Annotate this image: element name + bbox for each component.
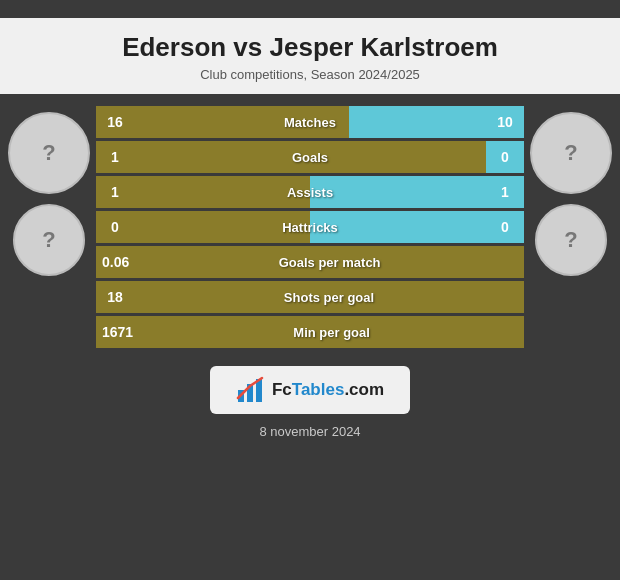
page-subtitle: Club competitions, Season 2024/2025 — [0, 65, 620, 94]
bar-right — [310, 211, 486, 243]
stat-label: Goals per match — [279, 255, 381, 270]
stat-row-shots-per-goal: 18Shots per goal — [96, 281, 524, 313]
stat-right-val: 0 — [486, 211, 524, 243]
bar-left — [134, 211, 310, 243]
stat-row-assists: 1Assists1 — [96, 176, 524, 208]
stat-right-val: 1 — [486, 176, 524, 208]
stat-left-val: 1 — [96, 176, 134, 208]
stat-right-val: 0 — [486, 141, 524, 173]
stat-label: Min per goal — [293, 325, 370, 340]
stat-left-val: 1 — [96, 141, 134, 173]
stat-bar: Min per goal — [139, 316, 524, 348]
stats-container: 16Matches101Goals01Assists10Hattricks00.… — [96, 106, 524, 348]
date-label: 8 november 2024 — [259, 424, 360, 439]
logo-area: FcTables.com — [210, 366, 410, 414]
stat-bar: Assists — [134, 176, 486, 208]
player2-avatar-top: ? — [530, 112, 612, 194]
stat-right-val: 10 — [486, 106, 524, 138]
stat-bar: Hattricks — [134, 211, 486, 243]
player1-avatar-top: ? — [8, 112, 90, 194]
stat-left-val: 0 — [96, 211, 134, 243]
stat-label: Shots per goal — [284, 290, 374, 305]
stat-row-goals-per-match: 0.06Goals per match — [96, 246, 524, 278]
stat-bar: Shots per goal — [134, 281, 524, 313]
bar-right — [349, 106, 486, 138]
stat-bar: Goals — [134, 141, 486, 173]
fctables-icon — [236, 376, 264, 404]
stat-row-goals: 1Goals0 — [96, 141, 524, 173]
stat-row-matches: 16Matches10 — [96, 106, 524, 138]
bar-left — [134, 141, 486, 173]
stat-row-min-per-goal: 1671Min per goal — [96, 316, 524, 348]
logo-text: FcTables.com — [272, 380, 384, 400]
left-avatars: ? ? — [8, 112, 90, 276]
bar-left — [134, 176, 310, 208]
right-avatars: ? ? — [530, 112, 612, 276]
stat-left-val: 0.06 — [96, 246, 135, 278]
bar-left — [134, 106, 349, 138]
player1-avatar-bottom: ? — [13, 204, 85, 276]
stat-bar: Goals per match — [135, 246, 524, 278]
stat-left-val: 18 — [96, 281, 134, 313]
stat-row-hattricks: 0Hattricks0 — [96, 211, 524, 243]
bar-right — [310, 176, 486, 208]
player2-avatar-bottom: ? — [535, 204, 607, 276]
stat-left-val: 16 — [96, 106, 134, 138]
page-title: Ederson vs Jesper Karlstroem — [0, 18, 620, 65]
stat-left-val: 1671 — [96, 316, 139, 348]
stat-bar: Matches — [134, 106, 486, 138]
